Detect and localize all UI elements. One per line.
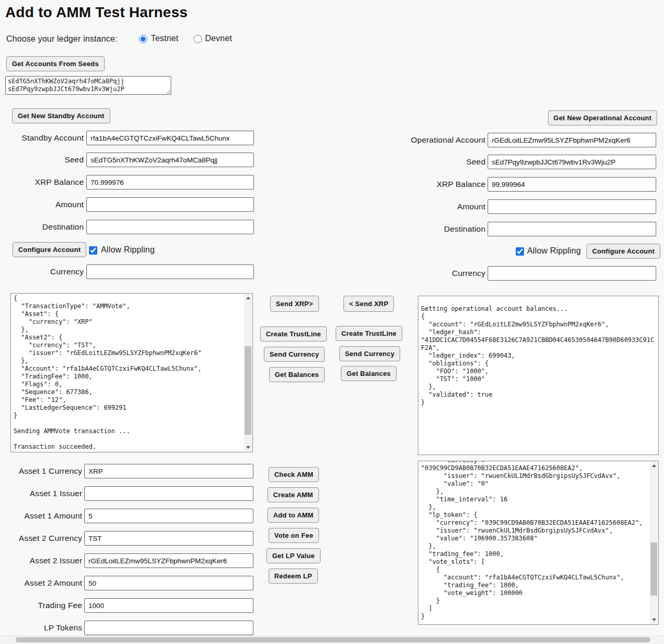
standby-send-currency-button[interactable]: Send Currency (264, 347, 325, 362)
standby-configure-account-button[interactable]: Configure Account (12, 242, 86, 257)
asset1-currency-input[interactable] (84, 464, 253, 478)
scrollbar-down-arrow-icon[interactable] (244, 444, 252, 451)
check-amm-button[interactable]: Check AMM (269, 467, 319, 482)
standby-allow-rippling-checkbox[interactable] (89, 246, 97, 255)
standby-currency-label: Currency (0, 267, 84, 276)
operational-destination-label: Destination (312, 224, 486, 234)
operational-amount-label: Amount (312, 202, 486, 211)
standby-results-scrollbar[interactable] (244, 294, 252, 451)
asset2-currency-input[interactable] (84, 531, 253, 546)
operational-account-label: Operational Account (312, 135, 486, 145)
get-lp-value-button[interactable]: Get LP Value (266, 548, 321, 563)
amm-results-scrollbar[interactable] (650, 462, 658, 624)
operational-amount-input[interactable] (488, 199, 656, 214)
testnet-radio-label[interactable]: Testnet (151, 34, 178, 43)
standby-currency-input[interactable] (86, 264, 254, 279)
trading-fee-label: Trading Fee (0, 601, 82, 610)
amm-test-harness-page: Add to AMM Test Harness Choose your ledg… (0, 0, 664, 644)
asset2-issuer-label: Asset 2 Issuer (0, 556, 82, 565)
devnet-radio[interactable] (194, 35, 202, 43)
add-to-amm-button[interactable]: Add to AMM (267, 508, 319, 523)
asset2-amount-label: Asset 2 Amount (0, 578, 82, 588)
asset2-amount-input[interactable] (84, 576, 253, 590)
asset1-amount-input[interactable] (84, 509, 253, 523)
page-horizontal-scrollbar-thumb[interactable] (16, 637, 650, 642)
asset1-issuer-label: Asset 1 Issuer (0, 489, 82, 498)
operational-send-xrp-button[interactable]: < Send XRP (343, 296, 394, 312)
scrollbar-up-arrow-icon[interactable] (650, 462, 658, 470)
standby-account-label: Standby Account (0, 133, 84, 143)
operational-xrp-balance-label: XRP Balance (312, 180, 486, 189)
operational-send-currency-button[interactable]: Send Currency (339, 346, 400, 361)
asset2-currency-label: Asset 2 Currency (0, 534, 82, 543)
standby-destination-label: Destination (0, 222, 84, 232)
vote-on-fee-button[interactable]: Vote on Fee (269, 528, 319, 543)
asset1-amount-label: Asset 1 Amount (0, 511, 82, 521)
asset1-issuer-input[interactable] (84, 486, 253, 501)
scrollbar-up-arrow-icon[interactable] (244, 294, 252, 302)
page-title: Add to AMM Test Harness (5, 4, 188, 21)
standby-send-xrp-button[interactable]: Send XRP> (270, 296, 319, 312)
get-accounts-from-seeds-button[interactable]: Get Accounts From Seeds (6, 56, 105, 71)
operational-get-balances-button[interactable]: Get Balances (341, 366, 397, 381)
operational-seed-label: Seed (312, 157, 486, 167)
scrollbar-thumb[interactable] (650, 542, 657, 596)
lp-tokens-input[interactable] (84, 621, 253, 635)
standby-results-textarea[interactable]: { "TransactionType": "AMMVote", "Asset":… (10, 293, 253, 452)
scrollbar-thumb[interactable] (245, 346, 251, 435)
operational-seed-input[interactable] (488, 155, 656, 169)
redeem-lp-button[interactable]: Redeem LP (269, 569, 318, 584)
standby-get-balances-button[interactable]: Get Balances (269, 367, 325, 382)
operational-xrp-balance-input[interactable] (488, 177, 656, 192)
standby-account-input[interactable] (86, 131, 254, 145)
amm-results-text: "currency": "039C99CD9AB0B70B32ECDA51EAA… (418, 461, 658, 622)
standby-results-text: { "TransactionType": "AMMVote", "Asset":… (11, 294, 252, 452)
operational-configure-account-button[interactable]: Configure Account (586, 244, 660, 259)
standby-xrp-balance-label: XRP Balance (0, 178, 84, 187)
get-new-standby-account-button[interactable]: Get New Standby Account (12, 108, 110, 123)
asset1-currency-label: Asset 1 Currency (0, 466, 82, 476)
standby-destination-input[interactable] (86, 220, 254, 234)
operational-allow-rippling-checkbox[interactable] (516, 247, 524, 256)
standby-allow-rippling-label[interactable]: Allow Rippling (101, 245, 155, 255)
ledger-instance-label: Choose your ledger instance: (6, 34, 118, 44)
scrollbar-down-arrow-icon[interactable] (650, 616, 658, 624)
operational-account-input[interactable] (488, 133, 656, 147)
lp-tokens-label: LP Tokens (0, 623, 82, 633)
standby-xrp-balance-input[interactable] (86, 175, 254, 190)
amm-results-textarea[interactable]: "currency": "039C99CD9AB0B70B32ECDA51EAA… (418, 461, 659, 625)
standby-seed-label: Seed (0, 155, 84, 165)
seeds-textarea[interactable]: sEdTG5nXThKWZoV2aqrh47oMCa8Pqjj sEd7Pqy9… (5, 76, 171, 95)
standby-seed-input[interactable] (86, 153, 254, 167)
devnet-radio-label[interactable]: Devnet (205, 34, 232, 43)
standby-amount-input[interactable] (86, 197, 254, 212)
create-amm-button[interactable]: Create AMM (267, 487, 319, 502)
get-new-operational-account-button[interactable]: Get New Operational Account (548, 110, 657, 125)
operational-destination-input[interactable] (488, 222, 656, 236)
trading-fee-input[interactable] (84, 598, 253, 613)
operational-currency-input[interactable] (488, 266, 656, 281)
operational-create-trustline-button[interactable]: Create TrustLine (336, 326, 402, 341)
operational-currency-label: Currency (312, 269, 486, 278)
operational-allow-rippling-label[interactable]: Allow Rippling (527, 246, 581, 256)
operational-results-text: Getting operational account balances... … (418, 296, 658, 408)
testnet-radio[interactable] (139, 35, 147, 43)
standby-create-trustline-button[interactable]: Create TrustLine (260, 326, 327, 342)
asset2-issuer-input[interactable] (84, 553, 253, 568)
operational-results-textarea[interactable]: Getting operational account balances... … (418, 296, 659, 455)
standby-amount-label: Amount (0, 200, 84, 209)
